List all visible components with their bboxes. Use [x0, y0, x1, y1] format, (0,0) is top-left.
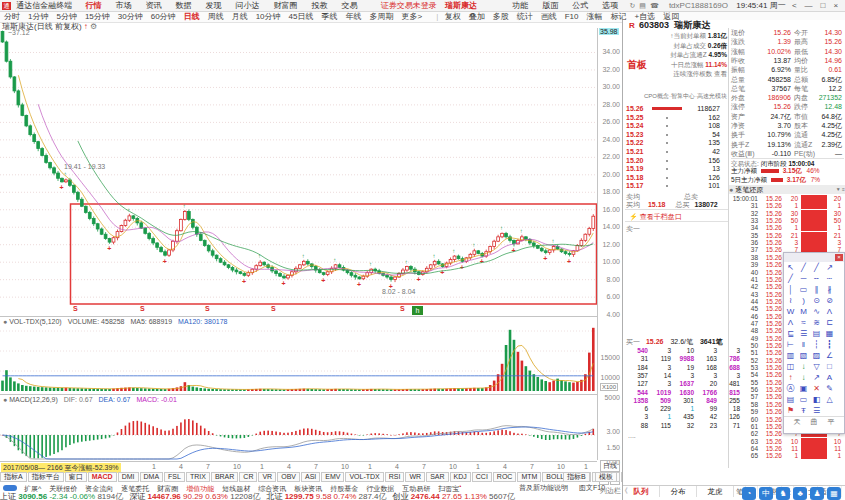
- period-tab-季线[interactable]: 季线: [317, 12, 341, 22]
- period-box[interactable]: 日线: [600, 460, 620, 472]
- indicator-tab-SAR[interactable]: SAR: [426, 472, 448, 482]
- period-tab-10分钟[interactable]: 10分钟: [252, 12, 285, 22]
- drawing-tool-icon[interactable]: ≀: [784, 295, 797, 306]
- panel-tab-龙虎[interactable]: 龙虎: [697, 486, 734, 497]
- drawing-tool-icon[interactable]: ≈: [797, 317, 810, 328]
- drawing-tool-icon[interactable]: □: [823, 361, 836, 372]
- dock-icon-3[interactable]: ♣: [793, 487, 807, 500]
- ladder-row[interactable]: 15.17101: [626, 182, 726, 190]
- indicator-tab-ASI[interactable]: ASI: [301, 472, 320, 482]
- period-tab-60分钟[interactable]: 60分钟: [147, 12, 180, 22]
- drawing-tool-icon[interactable]: ‖: [797, 339, 810, 350]
- menu-item-行情[interactable]: 行情: [78, 0, 108, 11]
- drawing-tool-icon[interactable]: Ŧ: [797, 405, 810, 416]
- window-control-minimize-icon[interactable]: —: [805, 1, 813, 10]
- top-icon-0[interactable]: ↻: [629, 2, 635, 9]
- drawing-tool-icon[interactable]: ◫: [784, 361, 797, 372]
- palette-footer-item[interactable]: 平: [823, 417, 840, 427]
- palette-footer-item[interactable]: 曲: [806, 417, 823, 427]
- menu-item-问小达[interactable]: 问小达: [228, 0, 266, 11]
- panel-tab-分布[interactable]: 分布: [660, 486, 697, 497]
- indicator-tab-模板[interactable]: 模板: [595, 472, 617, 482]
- menu-item-交易[interactable]: 交易: [334, 0, 364, 11]
- ladder-row[interactable]: 15.1913: [626, 165, 726, 173]
- volume-chart[interactable]: [0, 316, 597, 395]
- drawing-tool-icon[interactable]: │: [784, 284, 797, 295]
- palette-titlebar[interactable]: ×: [784, 253, 844, 262]
- indicator-tab-CCI[interactable]: CCI: [472, 472, 492, 482]
- tool-画线[interactable]: 画线: [537, 12, 561, 22]
- drawing-tool-icon[interactable]: ⊙: [810, 295, 823, 306]
- drawing-tool-icon[interactable]: ▭: [797, 284, 810, 295]
- drawing-tool-icon[interactable]: ╱: [797, 262, 810, 273]
- indicator-tab-FSL[interactable]: FSL: [164, 472, 185, 482]
- main-flow5-row[interactable]: 5日主力净额 3.17亿 7%: [731, 176, 844, 185]
- drawing-tool-icon[interactable]: ∠: [823, 350, 836, 361]
- indicator-tab-DMI[interactable]: DMI: [118, 472, 139, 482]
- menu-item-数据[interactable]: 数据: [168, 0, 198, 11]
- indicator-tab-KDJ[interactable]: KDJ: [450, 472, 471, 482]
- drawing-tool-icon[interactable]: A: [823, 372, 836, 383]
- concept-tags[interactable]: CPO概念·智算中心·高速光模块: [625, 92, 727, 101]
- dock-icon-2[interactable]: ♞: [776, 487, 790, 500]
- period-tab-更多>[interactable]: 更多>: [397, 12, 426, 22]
- menu-item-市场[interactable]: 市场: [108, 0, 138, 11]
- indicator-tab-TRIX[interactable]: TRIX: [186, 472, 210, 482]
- menu-item-公式[interactable]: 公式: [565, 0, 595, 11]
- drawing-tool-icon[interactable]: ∦: [823, 284, 836, 295]
- indicator-tab-DMA[interactable]: DMA: [140, 472, 164, 482]
- drawing-tool-icon[interactable]: Ⓐ: [784, 383, 797, 394]
- indicator-tab-MTM[interactable]: MTM: [517, 472, 541, 482]
- drawing-tool-icon[interactable]: ↖: [784, 262, 797, 273]
- period-tab-5分钟[interactable]: 5分钟: [52, 12, 80, 22]
- ladder-row[interactable]: 15.24108: [626, 122, 726, 130]
- drawing-tool-icon[interactable]: ↑: [784, 372, 797, 383]
- drawing-tool-icon[interactable]: ☰: [810, 405, 823, 416]
- close-icon[interactable]: ×: [835, 254, 843, 261]
- top-icon-2[interactable]: ☎: [650, 2, 659, 9]
- index-quote-北证[interactable]: 北证 1299.75 9.58 0.74% 287.4亿: [266, 492, 386, 500]
- period-tab-周线[interactable]: 周线: [204, 12, 228, 22]
- indicator-tab-指标B[interactable]: 指标B: [563, 472, 590, 482]
- drawing-tool-icon[interactable]: ╌: [810, 273, 823, 284]
- candlestick-chart[interactable]: +↑+↑+↑+↑+↑+↑+↑+↑+↑+↑+↑+↑+↑+↑+: [0, 28, 597, 312]
- drawing-tool-icon[interactable]: ✎: [823, 383, 836, 394]
- drawing-tool-icon[interactable]: ┇: [823, 339, 836, 350]
- menu-item-版面[interactable]: 版面: [535, 0, 565, 11]
- drawing-tool-icon[interactable]: ▣: [797, 383, 810, 394]
- indicator-dot-icon[interactable]: ●: [3, 318, 7, 325]
- drawing-tool-icon[interactable]: ☰: [797, 328, 810, 339]
- menu-item-选项[interactable]: 选项: [595, 0, 625, 11]
- period-tab-多周期[interactable]: 多周期: [365, 12, 397, 22]
- ladder-row[interactable]: 15.20156: [626, 157, 726, 165]
- tool-多股[interactable]: 多股: [489, 12, 513, 22]
- indicator-tab-VR[interactable]: VR: [258, 472, 276, 482]
- drawing-tool-icon[interactable]: ▤: [810, 328, 823, 339]
- top-icon-1[interactable]: ▤: [639, 2, 646, 9]
- index-quote-创业[interactable]: 创业 2476.44 27.65 1.13% 5607亿: [393, 492, 515, 500]
- drawing-tool-icon[interactable]: ∥: [810, 284, 823, 295]
- panel-tab-队列[interactable]: 队列: [623, 486, 660, 497]
- ladder-row[interactable]: 15.2354: [626, 131, 726, 139]
- period-tab-30分钟[interactable]: 30分钟: [114, 12, 147, 22]
- drawing-tool-icon[interactable]: ▧: [797, 350, 810, 361]
- index-quote-深证[interactable]: 深证 14467.96 90.29 0.63% 12208亿: [129, 492, 260, 500]
- main-flow-row[interactable]: 主力净额 3.15亿 46%: [731, 167, 844, 176]
- window-control-maximize-icon[interactable]: □: [821, 1, 826, 10]
- indicator-dot-icon[interactable]: ●: [3, 396, 7, 403]
- drawing-tool-icon[interactable]: ▤: [784, 394, 797, 405]
- drawing-tool-icon[interactable]: Λ: [784, 317, 797, 328]
- menu-item-投教[interactable]: 投教: [304, 0, 334, 11]
- drawing-tool-icon[interactable]: ┆: [810, 339, 823, 350]
- indicator-tab-ROC[interactable]: ROC: [493, 472, 517, 482]
- period-tab-年线[interactable]: 年线: [341, 12, 365, 22]
- indicator-tab-MACD[interactable]: MACD: [88, 472, 117, 482]
- period-tab-日线[interactable]: 日线: [180, 12, 204, 22]
- drawing-tool-icon[interactable]: ∿: [810, 306, 823, 317]
- drawing-tool-icon[interactable]: ⊢: [784, 339, 797, 350]
- macd-indicator-name[interactable]: MACD(12,26,9): [9, 396, 58, 403]
- tool-涨幅[interactable]: 涨幅: [582, 12, 606, 22]
- drawing-tool-icon[interactable]: △: [823, 394, 836, 405]
- drawing-tool-icon[interactable]: W: [784, 306, 797, 317]
- dock-icon-1[interactable]: 中: [759, 487, 773, 500]
